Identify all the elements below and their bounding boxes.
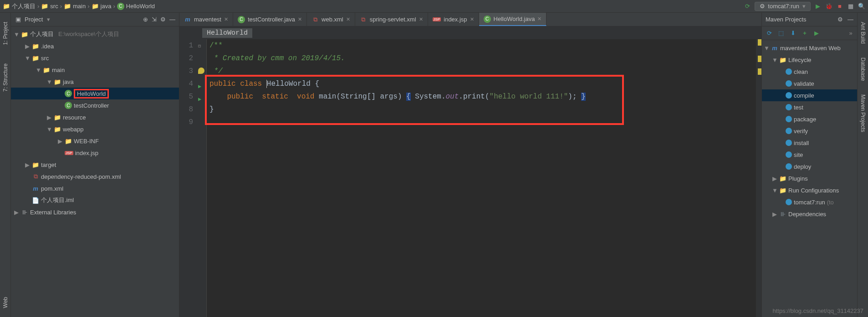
run-config-selector[interactable]: ⚙ tomcat7:run ▾ xyxy=(755,2,811,11)
tree-item[interactable]: ▶📁target xyxy=(11,159,179,171)
tree-item[interactable]: ▼📁webapp xyxy=(11,123,179,135)
close-icon[interactable]: ✕ xyxy=(470,16,474,22)
tree-chevron-icon[interactable]: ▼ xyxy=(25,55,30,62)
collapse-all-icon[interactable]: ⇲ xyxy=(152,16,157,23)
crumb-src[interactable]: 📁src xyxy=(41,3,58,10)
maven-runconfig-item[interactable]: tomcat7:run (to xyxy=(762,196,857,208)
tree-item[interactable]: 📄个人项目.iml xyxy=(11,194,179,206)
rail-tab-project[interactable]: 1: Project xyxy=(2,22,9,45)
lifecycle-goal[interactable]: package xyxy=(762,113,857,125)
close-icon[interactable]: ✕ xyxy=(298,16,302,22)
hide-icon[interactable]: — xyxy=(848,16,853,23)
tree-external-libs[interactable]: ▶ ⊪ External Libraries xyxy=(11,206,179,218)
editor-tab[interactable]: JSPindex.jsp✕ xyxy=(428,13,479,26)
lifecycle-goal[interactable]: compile xyxy=(762,89,857,101)
gear-icon[interactable]: ⚙ xyxy=(837,16,844,23)
maven-plugins-node[interactable]: ▶📁 Plugins xyxy=(762,172,857,184)
warning-marker[interactable] xyxy=(758,39,761,46)
close-icon[interactable]: ✕ xyxy=(419,16,423,22)
sync-icon[interactable]: ⟳ xyxy=(744,3,751,10)
warning-marker[interactable] xyxy=(758,56,761,62)
rail-tab-maven[interactable]: Maven Projects xyxy=(860,94,866,132)
tree-item[interactable]: ⧉dependency-reduced-pom.xml xyxy=(11,171,179,182)
tree-item[interactable]: ▶📁WEB-INF xyxy=(11,135,179,147)
generate-sources-icon[interactable]: ⬚ xyxy=(777,30,785,37)
lifecycle-goal[interactable]: install xyxy=(762,137,857,149)
error-stripe[interactable] xyxy=(756,39,761,317)
tree-item[interactable]: ▶📁resource xyxy=(11,111,179,123)
run-button[interactable]: ▶ xyxy=(814,3,822,10)
lifecycle-goal[interactable]: test xyxy=(762,101,857,113)
crumb-root[interactable]: 📁个人项目 xyxy=(3,2,36,10)
rail-tab-ant[interactable]: Ant Build xyxy=(860,22,866,44)
refresh-icon[interactable]: ⟳ xyxy=(766,30,773,37)
chevron-down-icon[interactable]: ▾ xyxy=(46,16,51,23)
more-icon[interactable]: » xyxy=(848,30,853,36)
code-line[interactable]: * Created by cmm on 2019/4/15. xyxy=(209,52,756,65)
debug-button[interactable]: 🐞 xyxy=(825,3,832,10)
tree-chevron-icon[interactable]: ▶ xyxy=(57,138,63,145)
editor-tab[interactable]: CHelloWorld.java✕ xyxy=(479,13,547,26)
editor-crumb-class[interactable]: HelloWorld xyxy=(202,28,252,38)
code-area[interactable]: 1234589 ⊟ ▶ ▶ /** * Created by cmm on 20… xyxy=(179,39,761,317)
editor-tab[interactable]: mmaventest✕ xyxy=(179,13,233,26)
code-line[interactable]: public class HelloWorld { xyxy=(209,78,756,90)
tree-item[interactable]: ▼📁main xyxy=(11,64,179,76)
lifecycle-goal[interactable]: clean xyxy=(762,66,857,78)
chevron-down-icon[interactable]: ▼ xyxy=(14,31,19,38)
rail-tab-structure[interactable]: 7: Structure xyxy=(2,63,9,92)
lifecycle-goal[interactable]: site xyxy=(762,149,857,161)
run-maven-icon[interactable]: ▶ xyxy=(813,30,820,37)
tree-chevron-icon[interactable]: ▶ xyxy=(25,43,30,50)
tree-item[interactable]: JSPindex.jsp xyxy=(11,147,179,159)
crumb-main[interactable]: 📁main xyxy=(64,3,86,10)
crumb-file[interactable]: CHelloWorld xyxy=(117,3,155,10)
lifecycle-goal[interactable]: validate xyxy=(762,78,857,89)
project-tree[interactable]: ▼ 📁 个人项目 E:\workspace\个人项目 ▶📁.idea▼📁src▼… xyxy=(11,26,179,317)
tree-item[interactable]: ▶📁.idea xyxy=(11,40,179,52)
hide-icon[interactable]: — xyxy=(169,16,175,23)
code-line[interactable]: } xyxy=(209,103,756,116)
close-icon[interactable]: ✕ xyxy=(346,16,350,22)
tree-chevron-icon[interactable]: ▼ xyxy=(46,78,52,85)
tree-item[interactable]: mpom.xml xyxy=(11,182,179,194)
tree-item[interactable]: CtestController xyxy=(11,99,179,111)
tree-chevron-icon[interactable]: ▼ xyxy=(46,126,52,133)
code-lines[interactable]: /** * Created by cmm on 2019/4/15. */pub… xyxy=(207,39,756,317)
intention-bulb-icon[interactable] xyxy=(198,68,204,74)
editor-tab[interactable]: CtestController.java✕ xyxy=(233,13,307,26)
fold-icon[interactable]: ⊟ xyxy=(198,40,201,53)
tree-root[interactable]: ▼ 📁 个人项目 E:\workspace\个人项目 xyxy=(11,28,179,40)
code-line[interactable]: public static void main(String[] args) {… xyxy=(209,90,756,103)
maven-runconfig-node[interactable]: ▼📁 Run Configurations xyxy=(762,184,857,196)
gear-icon[interactable]: ⚙ xyxy=(160,16,166,23)
search-icon[interactable]: 🔍 xyxy=(858,3,865,10)
tree-chevron-icon[interactable]: ▶ xyxy=(46,114,52,121)
layout-icon[interactable]: ▦ xyxy=(847,3,854,10)
run-gutter-icon[interactable]: ▶ xyxy=(198,93,201,106)
maven-lifecycle-node[interactable]: ▼📁 Lifecycle xyxy=(762,54,857,66)
code-line[interactable]: */ xyxy=(209,65,756,78)
code-line[interactable] xyxy=(209,116,756,129)
editor-tab[interactable]: ⧉web.xml✕ xyxy=(307,13,355,26)
tree-chevron-icon[interactable]: ▼ xyxy=(36,67,41,73)
tree-item[interactable]: ▼📁java xyxy=(11,76,179,88)
code-line[interactable]: /** xyxy=(209,39,756,52)
add-icon[interactable]: + xyxy=(801,30,808,37)
lifecycle-goal[interactable]: deploy xyxy=(762,161,857,172)
close-icon[interactable]: ✕ xyxy=(537,16,541,22)
scroll-target-icon[interactable]: ⊕ xyxy=(143,16,148,23)
warning-marker[interactable] xyxy=(758,68,761,75)
rail-tab-database[interactable]: Database xyxy=(860,57,866,81)
rail-tab-web[interactable]: Web xyxy=(2,297,9,308)
maven-root[interactable]: ▼m maventest Maven Web xyxy=(762,42,857,54)
run-gutter-icon[interactable]: ▶ xyxy=(198,80,201,93)
tree-chevron-icon[interactable]: ▶ xyxy=(25,161,30,168)
tree-item[interactable]: CHelloWorld xyxy=(11,88,179,99)
maven-deps-node[interactable]: ▶⊪ Dependencies xyxy=(762,208,857,220)
close-icon[interactable]: ✕ xyxy=(224,16,228,22)
crumb-java[interactable]: 📁java xyxy=(92,3,112,10)
editor-tab[interactable]: ⧉spring-servlet.xml✕ xyxy=(355,13,428,26)
tree-item[interactable]: ▼📁src xyxy=(11,52,179,64)
lifecycle-goal[interactable]: verify xyxy=(762,125,857,137)
